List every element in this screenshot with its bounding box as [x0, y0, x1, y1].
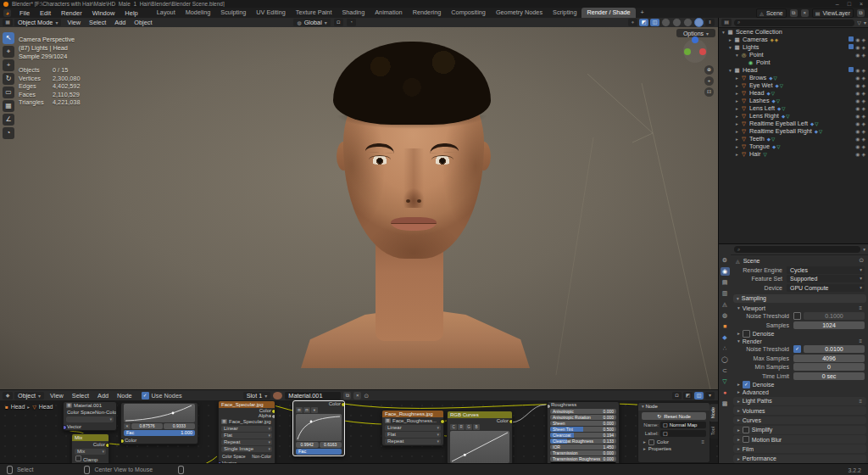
navigation-gizmo[interactable] — [683, 39, 707, 63]
outliner-item-label[interactable]: Lens Left — [749, 104, 775, 112]
outliner-editor-icon[interactable]: ▤ — [721, 19, 732, 26]
expander-icon[interactable]: ▸ — [734, 114, 740, 119]
channel-button[interactable]: G — [465, 424, 472, 430]
vector-socket[interactable] — [64, 425, 67, 430]
expander-icon[interactable]: ▸ — [734, 152, 740, 157]
outliner-item-label[interactable]: Realtime Eyeball Left — [749, 120, 808, 127]
outliner-item-toggles[interactable]: ◉◈ — [855, 136, 865, 142]
texture-option-dropdown[interactable]: Repeat — [221, 439, 272, 445]
vp-denoise-checkbox[interactable] — [743, 330, 750, 338]
tab-render[interactable]: ◉ — [721, 267, 730, 276]
outliner-item-label[interactable]: Lights — [743, 43, 759, 51]
render-engine-dropdown[interactable]: Cycles — [787, 266, 865, 274]
mix-node-header[interactable]: Mix — [72, 434, 108, 441]
properties-subpanel[interactable]: ▸Properties — [638, 445, 709, 452]
bsdf-slider[interactable]: Clearcoat Roughness 0.133 — [550, 439, 616, 444]
clamp-checkbox[interactable] — [75, 455, 81, 461]
scale-tool[interactable]: ▭ — [3, 87, 14, 98]
outliner-row[interactable]: ▸ ▽ Lashes ◆▽ ◉◈ — [719, 97, 868, 104]
outliner-item-label[interactable]: Head — [749, 89, 764, 97]
preset-icon[interactable]: ≡ — [859, 338, 862, 344]
zoom-gizmo-icon[interactable]: ⊕ — [704, 65, 714, 75]
shading-solid-icon[interactable] — [672, 18, 682, 27]
curve-y-value[interactable]: 0.6163 — [320, 442, 342, 448]
workspace-tab[interactable]: Texture Paint — [291, 8, 337, 18]
node-principled-bsdf[interactable]: Roughness Anisotropic 0.000 Anisotropic … — [547, 401, 620, 463]
expander-icon[interactable]: ▸ — [734, 129, 740, 134]
curve-y-value[interactable]: 0.9333 — [164, 423, 195, 429]
bsdf-slider[interactable]: Sheen Tint 0.500 — [550, 427, 616, 432]
workspace-tab[interactable]: Sculpting — [215, 8, 251, 18]
curve-point-tools[interactable]: ✕ — [124, 423, 131, 429]
xray-toggle-icon[interactable]: ◫ — [650, 19, 659, 26]
image-name[interactable]: Material.001 — [74, 403, 102, 408]
camera-view-gizmo-icon[interactable]: ⊡ — [704, 87, 714, 97]
orientation-dropdown[interactable]: ◍ Global — [293, 19, 330, 26]
proportional-edit-icon[interactable]: ◔ — [347, 19, 356, 26]
specular-node-header[interactable]: Face_Specular.jpg — [219, 401, 275, 408]
snap-magnet-icon[interactable]: Ω — [334, 19, 343, 26]
texture-option-dropdown[interactable]: Single Image — [221, 446, 272, 452]
bsdf-slider[interactable]: Transmission Roughness 0.000 — [550, 456, 616, 461]
properties-section[interactable]: ▸ Light Paths — [733, 397, 866, 405]
node-mix[interactable]: Mix Color Mix Clamp Fac 0.800 — [71, 433, 109, 463]
workspace-tab[interactable]: Animation — [370, 8, 407, 18]
vp-samples-value[interactable]: 1024 — [793, 321, 865, 329]
unlink-material-button[interactable]: × — [353, 392, 361, 400]
outliner-row[interactable]: ▸ ▽ Tongue ◆▽ ◉◈ — [719, 142, 868, 150]
outliner-item-label[interactable]: Lens Right — [749, 112, 779, 120]
mode-dropdown[interactable]: Object Mode — [14, 19, 61, 26]
texture-option-dropdown[interactable]: Linear — [385, 425, 441, 431]
outliner-row[interactable]: ▾ ▦ Head ◉◈ — [719, 66, 868, 74]
workspace-tab[interactable]: Compositing — [446, 8, 491, 18]
vp-denoise-row[interactable]: ▸ Denoise — [731, 330, 868, 338]
new-scene-button[interactable]: ⧉ — [790, 9, 798, 17]
slot-dropdown[interactable]: Slot 1 — [243, 392, 271, 400]
expander-icon[interactable]: ▸ — [734, 83, 740, 88]
shading-material-icon[interactable] — [683, 18, 693, 27]
workspace-tab[interactable]: Modeling — [181, 8, 216, 18]
tab-texture[interactable]: ▩ — [721, 400, 730, 408]
shader-menu-item[interactable]: View — [46, 392, 68, 400]
color-input-socket[interactable] — [121, 439, 125, 444]
node-image-texture-normal[interactable]: ▦ Material.001 Color Space Non-Color Vec… — [63, 401, 117, 431]
tab-object[interactable]: ■ — [721, 322, 730, 331]
outliner-item-label[interactable]: Head — [743, 66, 757, 74]
outliner-row[interactable]: ▸ ▽ Lens Left ◆▽ ◉◈ — [719, 104, 868, 112]
viewlayer-selector[interactable]: ▤ ViewLayer — [812, 8, 854, 18]
outliner-row[interactable]: ▸ ▽ Lens Right ◆▽ ◉◈ — [719, 112, 868, 120]
workspace-tab[interactable]: Shading — [337, 8, 370, 18]
node-float-curve[interactable]: ✕ 0.87576 0.9333 Fac 1.000 Color — [120, 402, 198, 444]
tab-material[interactable]: ● — [721, 388, 730, 397]
outliner-item-toggles[interactable]: ◉◈ — [849, 36, 865, 42]
outliner-item-toggles[interactable]: ◉◈ — [855, 82, 865, 88]
menu-item[interactable]: Render — [56, 9, 87, 17]
render-subsection[interactable]: ▾Render ≡ — [731, 338, 868, 345]
viewport-menu-item[interactable]: View — [63, 19, 85, 26]
outliner-row[interactable]: ▸ ▽ Eye Wet ◆▽ ◉◈ — [719, 81, 868, 89]
workspace-tab[interactable]: UV Editing — [251, 8, 290, 18]
expander-icon[interactable]: ▸ — [734, 137, 740, 142]
outliner-item-label[interactable]: Tongue — [749, 142, 770, 150]
tab-scene[interactable]: ◬ — [721, 300, 730, 309]
properties-search-input[interactable]: ⌕ — [734, 246, 860, 253]
node-rgb-curves[interactable]: RGB Curves Color CRGB — [447, 411, 513, 463]
expander-icon[interactable]: ▸ — [727, 37, 733, 42]
slot-pin-icon[interactable]: ◫ — [694, 392, 704, 400]
curve-fac-slider[interactable]: Fac — [296, 449, 342, 455]
arrange-icon[interactable]: ▾ — [705, 392, 715, 400]
section-checkbox[interactable] — [743, 436, 749, 443]
shader-type-dropdown[interactable]: Object — [14, 392, 44, 400]
copy-material-button[interactable]: ⧉ — [343, 392, 351, 400]
properties-section[interactable]: ▸ Volumes — [733, 406, 866, 415]
r-denoise-row[interactable]: ▸ Denoise — [731, 381, 868, 388]
shader-node-canvas[interactable]: ■ Head ▸ ▽ Head ▦ Material.001 Color Spa… — [0, 400, 718, 463]
tab-output[interactable]: ▤ — [721, 278, 730, 287]
tab-viewlayer[interactable]: ▥ — [721, 289, 730, 298]
outliner-item-toggles[interactable]: ◉◈ — [855, 90, 865, 96]
sidebar-tab[interactable]: Tool — [709, 423, 718, 439]
bsdf-slider[interactable]: Sheen 0.000 — [550, 421, 616, 426]
texture-option-dropdown[interactable]: Linear — [221, 426, 272, 432]
workspace-tab[interactable]: Scripting — [548, 8, 581, 18]
outliner-item-label[interactable]: Cameras — [743, 36, 768, 43]
